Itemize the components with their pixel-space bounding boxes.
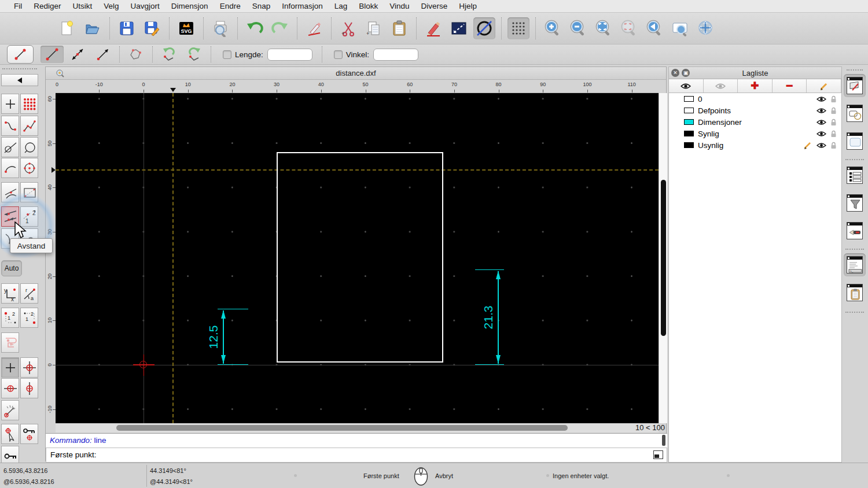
command-line-dock-button[interactable]: >_ bbox=[844, 253, 866, 276]
line-attributes-button[interactable] bbox=[448, 17, 470, 39]
toggle-grid-button[interactable] bbox=[507, 17, 529, 39]
layer-lock-icon[interactable] bbox=[830, 95, 837, 103]
snap-selected-button[interactable] bbox=[1, 424, 19, 444]
save-as-button[interactable] bbox=[141, 17, 163, 39]
layer-list-dock-button[interactable] bbox=[844, 74, 866, 97]
keyboard-icon[interactable] bbox=[653, 450, 663, 459]
zoom-previous-button[interactable] bbox=[618, 17, 640, 39]
layer-row-0[interactable]: 0 bbox=[669, 93, 841, 105]
save-button[interactable] bbox=[116, 17, 138, 39]
layer-row-dimensjoner[interactable]: Dimensjoner bbox=[669, 116, 841, 128]
clipboard-dock-button[interactable] bbox=[844, 281, 866, 304]
layer-lock-icon[interactable] bbox=[830, 142, 837, 149]
rectangle-entity[interactable] bbox=[277, 152, 443, 363]
layer-lock-icon[interactable] bbox=[830, 107, 837, 114]
command-input[interactable]: Første punkt: bbox=[46, 448, 667, 463]
menu-diverse[interactable]: Diverse bbox=[415, 2, 454, 10]
menu-snap[interactable]: Snap bbox=[247, 2, 277, 10]
zoom-in-button[interactable] bbox=[542, 17, 564, 39]
menu-informasjon[interactable]: Informasjon bbox=[276, 2, 329, 10]
library-browser-dock-button[interactable] bbox=[844, 130, 866, 153]
drawing-window-titlebar[interactable]: distance.dxf bbox=[46, 67, 666, 80]
undo-segment-button[interactable] bbox=[157, 46, 181, 63]
paste-button[interactable] bbox=[388, 17, 410, 39]
cut-button[interactable]: + bbox=[337, 17, 359, 39]
layer-lock-icon[interactable] bbox=[830, 130, 837, 138]
menu-rediger[interactable]: Rediger bbox=[28, 2, 67, 10]
open-file-button[interactable] bbox=[82, 17, 104, 39]
line-angle-button[interactable] bbox=[66, 46, 89, 63]
layer-row-synlig[interactable]: Synlig bbox=[669, 128, 841, 139]
layer-visible-icon[interactable] bbox=[816, 131, 826, 137]
hide-all-layers-button[interactable] bbox=[704, 79, 738, 93]
selection-filter-dock-button[interactable] bbox=[844, 191, 866, 215]
edit-layer-button[interactable] bbox=[807, 79, 841, 93]
zoom-auto-button[interactable] bbox=[593, 17, 615, 39]
show-all-layers-button[interactable] bbox=[669, 79, 704, 93]
toggle-draft-button[interactable] bbox=[473, 17, 495, 39]
menu-blokk[interactable]: Blokk bbox=[353, 2, 384, 10]
zoom-back-button[interactable] bbox=[643, 17, 665, 39]
spline-tool-button[interactable] bbox=[1, 116, 19, 136]
redo-button[interactable] bbox=[269, 17, 291, 39]
drawing-canvas[interactable]: 12.5 21.3 bbox=[56, 93, 659, 423]
layer-visible-icon[interactable] bbox=[816, 96, 826, 102]
snap-middle-button[interactable] bbox=[20, 378, 38, 398]
tangent-tool-button[interactable] bbox=[1, 137, 19, 157]
circle-tool-button[interactable] bbox=[20, 137, 38, 157]
layer-panel-titlebar[interactable]: ✕ ▣ Lagliste bbox=[669, 67, 841, 79]
coordinate-polar-button[interactable]: ra bbox=[20, 283, 38, 304]
new-document-button[interactable] bbox=[56, 17, 78, 39]
snap-auto-button[interactable]: Auto bbox=[1, 260, 22, 276]
entity-list-dock-button[interactable] bbox=[844, 164, 866, 187]
menu-hjelp[interactable]: Hjelp bbox=[453, 2, 483, 10]
svg-export-button[interactable]: SVG bbox=[175, 17, 197, 39]
angle-checkbox[interactable] bbox=[334, 50, 343, 59]
coordinate-xy-button[interactable]: yx bbox=[1, 283, 19, 304]
menu-utsikt[interactable]: Utsikt bbox=[67, 2, 98, 10]
distance-point-two-button[interactable]: 12 bbox=[20, 308, 38, 328]
menu-lag[interactable]: Lag bbox=[329, 2, 354, 10]
polyline-points-button[interactable] bbox=[20, 116, 38, 136]
zoom-pan-button[interactable] bbox=[694, 17, 716, 39]
layer-visible-icon[interactable] bbox=[816, 119, 826, 125]
draw-pen-button[interactable] bbox=[422, 17, 444, 39]
current-tool-line-button[interactable] bbox=[7, 45, 34, 64]
line-horizontal-button[interactable] bbox=[91, 46, 115, 63]
layer-visible-icon[interactable] bbox=[816, 142, 826, 149]
points-grid-button[interactable] bbox=[20, 94, 38, 114]
add-layer-button[interactable]: ✚ bbox=[738, 79, 773, 93]
menu-velg[interactable]: Velg bbox=[98, 2, 124, 10]
lock-relative-zero-button[interactable] bbox=[20, 424, 38, 444]
horizontal-scrollbar-thumb[interactable] bbox=[116, 425, 568, 431]
menu-dimensjon[interactable]: Dimensjon bbox=[165, 2, 214, 10]
snap-free-button[interactable] bbox=[1, 357, 19, 378]
print-preview-button[interactable] bbox=[209, 17, 231, 39]
horizontal-scrollbar[interactable] bbox=[56, 423, 659, 432]
layer-visible-icon[interactable] bbox=[816, 108, 826, 114]
snap-angle-button[interactable] bbox=[1, 400, 19, 420]
zoom-out-button[interactable] bbox=[567, 17, 589, 39]
length-input[interactable] bbox=[267, 49, 312, 61]
angle-input[interactable] bbox=[373, 49, 418, 61]
polyline-button[interactable] bbox=[124, 46, 148, 63]
snap-endpoint-button[interactable] bbox=[1, 378, 19, 398]
block-list-dock-button[interactable] bbox=[844, 102, 866, 125]
strip-drag-handle[interactable] bbox=[847, 69, 863, 71]
vertical-scrollbar-thumb[interactable] bbox=[661, 180, 666, 336]
menu-vindu[interactable]: Vindu bbox=[384, 2, 415, 10]
point-tool-button[interactable] bbox=[1, 94, 19, 114]
layer-row-usynlig[interactable]: Usynlig bbox=[669, 139, 841, 151]
delete-button[interactable] bbox=[303, 17, 325, 39]
copy-button[interactable]: + bbox=[363, 17, 385, 39]
undo-button[interactable] bbox=[244, 17, 266, 39]
line-two-points-button[interactable] bbox=[41, 46, 64, 63]
vertical-scrollbar[interactable] bbox=[659, 93, 667, 423]
distance-point-one-button[interactable]: 12 bbox=[1, 308, 19, 328]
menu-endre[interactable]: Endre bbox=[214, 2, 247, 10]
length-checkbox[interactable] bbox=[223, 50, 231, 59]
layer-row-defpoints[interactable]: Defpoints bbox=[669, 105, 841, 116]
back-button[interactable] bbox=[1, 74, 38, 86]
remove-layer-button[interactable]: ━ bbox=[773, 79, 807, 93]
command-options-dock-button[interactable] bbox=[844, 219, 866, 242]
